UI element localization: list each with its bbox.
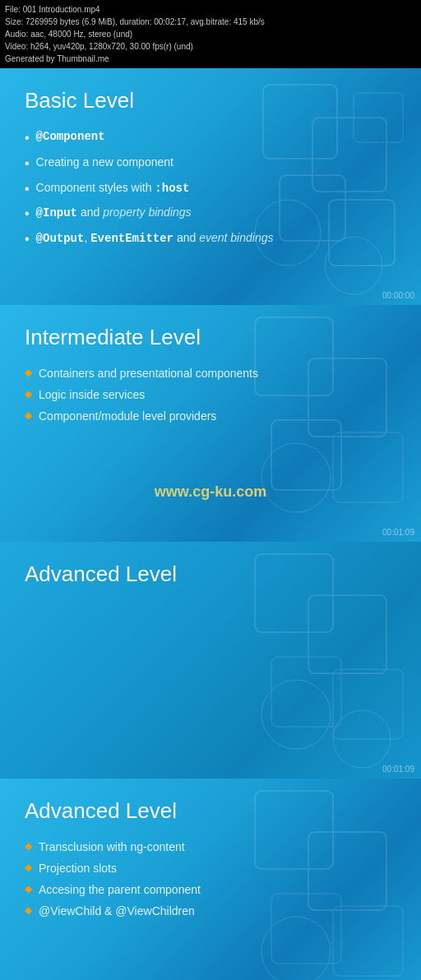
- list-item: ◆ Projection slots: [25, 862, 396, 875]
- slide2-timestamp: 00:01:09: [382, 528, 414, 537]
- slide4-title: Advanced Level: [25, 798, 396, 824]
- item-text: Logic inside services: [39, 388, 145, 401]
- list-item: ◆ @ViewChild & @ViewChildren: [25, 904, 396, 918]
- bullet-icon: ◆: [25, 840, 32, 853]
- file-info-bar: File: 001 Introduction.mp4 Size: 7269959…: [0, 0, 421, 68]
- list-item: ◆ Containers and presentational componen…: [25, 367, 396, 380]
- item-text: Accesing the parent component: [39, 883, 201, 896]
- list-item: • Component styles with :host: [25, 181, 396, 198]
- slide3-title: Advanced Level: [25, 562, 396, 587]
- slide2-content: Intermediate Level ◆ Containers and pres…: [0, 305, 421, 451]
- item-text: Transclusion with ng-content: [39, 840, 185, 853]
- slide4-list: ◆ Transclusion with ng-content ◆ Project…: [25, 840, 396, 918]
- slide-advanced-content: Advanced Level ◆ Transclusion with ng-co…: [0, 779, 421, 980]
- item-text: Containers and presentational components: [39, 367, 258, 380]
- bullet-icon: •: [25, 231, 30, 248]
- bullet-icon: •: [25, 155, 30, 173]
- slide1-title: Basic Level: [25, 88, 396, 113]
- file-info-line1: File: 001 Introduction.mp4: [5, 3, 416, 16]
- slide-advanced-empty: Advanced Level 00:01:09: [0, 542, 421, 779]
- item-text: @Input and property bindings: [36, 206, 192, 220]
- bullet-icon: ◆: [25, 862, 32, 875]
- bullet-icon: ◆: [25, 388, 32, 401]
- watermark: www.cg-ku.com: [155, 483, 266, 501]
- bullet-icon: •: [25, 206, 30, 223]
- slide-basic-level: Basic Level • @Component • Creating a ne…: [0, 68, 421, 305]
- svg-point-16: [261, 680, 331, 749]
- list-item: • @Input and property bindings: [25, 206, 396, 223]
- svg-rect-15: [333, 669, 403, 739]
- bullet-icon: •: [25, 181, 30, 198]
- item-text: @ViewChild & @ViewChildren: [39, 904, 195, 918]
- list-item: • @Component: [25, 130, 396, 147]
- bullet-icon: ◆: [25, 367, 32, 380]
- item-text: Projection slots: [39, 862, 117, 875]
- file-info-line2: Size: 7269959 bytes (6.9 MiB), duration:…: [5, 16, 416, 28]
- bullet-icon: ◆: [25, 409, 32, 423]
- list-item: ◆ Transclusion with ng-content: [25, 840, 396, 853]
- file-info-line5: Generated by Thumbnail.me: [5, 53, 416, 65]
- slide2-list: ◆ Containers and presentational componen…: [25, 367, 396, 423]
- item-text: Component styles with :host: [36, 181, 190, 195]
- bullet-icon: ◆: [25, 904, 32, 918]
- slide2-title: Intermediate Level: [25, 325, 396, 350]
- list-item: • @Output, EventEmitter and event bindin…: [25, 231, 396, 248]
- list-item: ◆ Accesing the parent component: [25, 883, 396, 896]
- slide1-timestamp: 00:00:00: [382, 291, 414, 300]
- list-item: • Creating a new component: [25, 155, 396, 173]
- item-text: Creating a new component: [36, 155, 173, 169]
- list-item: ◆ Component/module level providers: [25, 409, 396, 423]
- item-text: @Output, EventEmitter and event bindings: [36, 231, 274, 245]
- slide3-timestamp: 00:01:09: [382, 765, 414, 774]
- slide4-content: Advanced Level ◆ Transclusion with ng-co…: [0, 779, 421, 945]
- slide-intermediate-level: Intermediate Level ◆ Containers and pres…: [0, 305, 421, 542]
- slide1-content: Basic Level • @Component • Creating a ne…: [0, 68, 421, 276]
- bullet-icon: •: [25, 130, 30, 147]
- item-text: @Component: [36, 130, 105, 143]
- list-item: ◆ Logic inside services: [25, 388, 396, 401]
- item-text: Component/module level providers: [39, 409, 216, 423]
- file-info-line4: Video: h264, yuv420p, 1280x720, 30.00 fp…: [5, 40, 416, 53]
- file-info-line3: Audio: aac, 48000 Hz, stereo (und): [5, 28, 416, 40]
- slide3-content: Advanced Level: [0, 542, 421, 623]
- bullet-icon: ◆: [25, 883, 32, 896]
- slide1-list: • @Component • Creating a new component …: [25, 130, 396, 248]
